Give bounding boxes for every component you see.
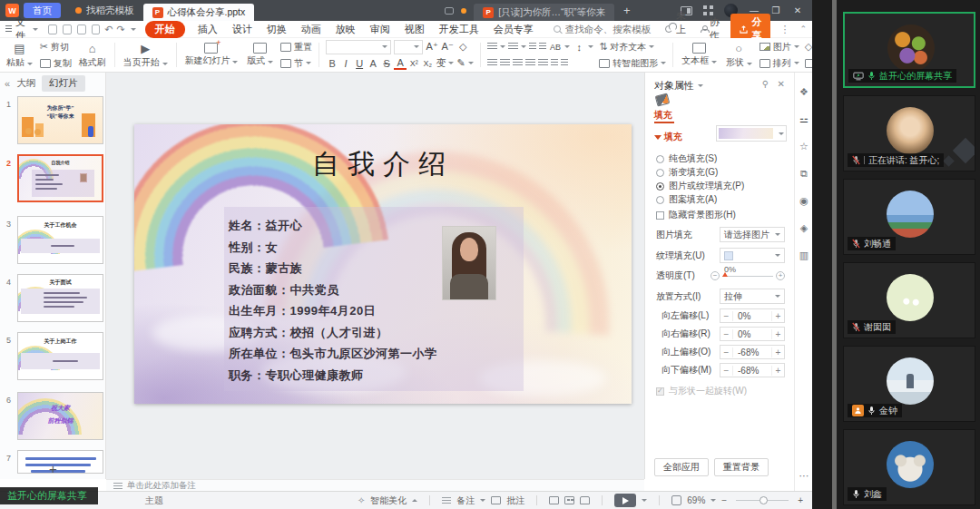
play-options-icon[interactable] bbox=[642, 499, 647, 502]
save-icon[interactable] bbox=[48, 24, 57, 34]
collapse-panel-button[interactable]: « bbox=[5, 78, 10, 89]
reset-button[interactable]: 重置 bbox=[280, 41, 312, 54]
highlight-button[interactable]: ✎ bbox=[455, 57, 467, 69]
meeting-scrollbar[interactable] bbox=[832, 0, 837, 509]
tab-outline[interactable]: 大纲 bbox=[16, 77, 35, 90]
portrait-photo[interactable] bbox=[443, 227, 495, 299]
strikethrough-button[interactable]: S bbox=[380, 58, 393, 69]
align-text-button[interactable]: ⇅对齐文本 bbox=[599, 41, 666, 54]
slide-thumbnail-3[interactable]: 关于工作机会 bbox=[17, 216, 103, 264]
collapse-ribbon-icon[interactable]: ⌃ bbox=[799, 24, 807, 34]
paste-button[interactable]: ▤ 粘贴 bbox=[2, 39, 37, 71]
fill-tab[interactable]: 填充 bbox=[654, 109, 672, 122]
reading-view-icon[interactable] bbox=[580, 496, 590, 504]
tab-template-store[interactable]: 找稻壳模板 bbox=[66, 2, 143, 19]
font-color-button[interactable]: A bbox=[394, 57, 407, 70]
checkbox-rotate-with-shape[interactable]: 与形状一起旋转(W) bbox=[656, 385, 747, 397]
participant-tile-sharing[interactable]: 益开心的屏幕共享 bbox=[843, 12, 975, 88]
font-size-select[interactable] bbox=[394, 40, 423, 54]
zoom-slider[interactable] bbox=[736, 500, 789, 501]
menu-tab-transition[interactable]: 切换 bbox=[267, 23, 287, 36]
new-tab-button[interactable]: + bbox=[623, 4, 631, 17]
menu-tab-slideshow[interactable]: 放映 bbox=[336, 23, 356, 36]
slide-thumbnail-1[interactable]: 为你所“学” “职”等你来 bbox=[17, 96, 103, 144]
bold-button[interactable]: B bbox=[326, 58, 338, 69]
indent-icon[interactable] bbox=[561, 59, 568, 67]
smart-graphic-button[interactable]: 转智能图形 bbox=[599, 57, 666, 70]
zoom-out-button[interactable]: − bbox=[721, 495, 727, 505]
notes-bar[interactable]: 单击此处添加备注 bbox=[106, 479, 644, 491]
comments-button[interactable]: 批注 bbox=[491, 494, 524, 507]
bullet-list-icon[interactable] bbox=[487, 43, 497, 51]
distribute-icon[interactable] bbox=[538, 59, 548, 67]
radio-solid-fill[interactable]: 纯色填充(S) bbox=[656, 152, 717, 165]
more-panels-icon[interactable]: ⋯ bbox=[795, 470, 813, 482]
more-menu-icon[interactable]: ⋮ bbox=[779, 24, 790, 35]
notes-button[interactable]: 备注 bbox=[442, 494, 485, 507]
section-button[interactable]: 节 bbox=[280, 57, 312, 70]
tab-document-readonly[interactable]: P [只读]为你所…“职”等你来 bbox=[474, 4, 614, 21]
participant-tile[interactable]: 刘畅通 bbox=[843, 179, 975, 255]
preview-icon[interactable] bbox=[92, 24, 101, 34]
plus-icon[interactable]: + bbox=[776, 271, 785, 280]
slide-thumbnail-4[interactable]: 关于面试 bbox=[17, 274, 103, 322]
minus-icon[interactable]: − bbox=[710, 271, 720, 280]
reset-background-button[interactable]: 重置背景 bbox=[714, 458, 769, 476]
redo-icon[interactable]: ↷ bbox=[117, 24, 125, 35]
superscript-button[interactable]: X² bbox=[407, 59, 420, 68]
properties-icon[interactable]: ⚍ bbox=[795, 113, 813, 125]
close-panel-icon[interactable]: ✕ bbox=[778, 79, 785, 89]
texture-fill-dropdown[interactable] bbox=[720, 248, 785, 263]
layout-button[interactable]: 版式 bbox=[242, 39, 278, 71]
text-effect-button[interactable]: 变 bbox=[435, 56, 447, 70]
editing-canvas[interactable]: 自我介绍 姓名：益开心 性别：女 民族：蒙古族 政治面貌：中共党员 出生年月：1… bbox=[106, 73, 644, 479]
slide-body-text[interactable]: 姓名：益开心 性别：女 民族：蒙古族 政治面貌：中共党员 出生年月：1999年4… bbox=[229, 215, 437, 386]
offset-left-stepper[interactable]: −0%+ bbox=[720, 308, 785, 323]
output-icon[interactable] bbox=[63, 24, 72, 34]
reader-icon[interactable]: ▥ bbox=[795, 250, 813, 261]
zoom-in-button[interactable]: + bbox=[798, 495, 803, 505]
char-border-button[interactable]: A bbox=[367, 58, 379, 69]
resource-icon[interactable]: ◈ bbox=[795, 222, 813, 234]
zoom-knob[interactable] bbox=[760, 496, 768, 504]
tab-document-active[interactable]: P 心得体会分享.pptx bbox=[143, 4, 255, 21]
radio-picture-fill[interactable]: 图片或纹理填充(P) bbox=[656, 180, 744, 192]
outline-button[interactable]: 轮廓 bbox=[805, 57, 812, 70]
fill-button[interactable]: ◇填充 bbox=[805, 41, 812, 54]
tab-slides[interactable]: 幻灯片 bbox=[42, 75, 85, 92]
offset-right-stepper[interactable]: −0%+ bbox=[720, 327, 785, 341]
slide-title[interactable]: 自我介绍 bbox=[134, 146, 632, 183]
participant-tile[interactable]: 谢囡囡 bbox=[843, 262, 975, 338]
participant-tile[interactable]: 正在讲话: 益开心; bbox=[843, 95, 975, 171]
slide-sorter-icon[interactable] bbox=[564, 496, 574, 504]
offset-up-stepper[interactable]: −-68%+ bbox=[720, 345, 785, 359]
textbox-button[interactable]: 文本框 bbox=[677, 39, 721, 71]
align-justify-icon[interactable] bbox=[525, 59, 535, 67]
menu-tab-member[interactable]: 会员专享 bbox=[494, 23, 534, 36]
copy-button[interactable]: 复制 bbox=[40, 57, 72, 70]
menu-tab-view[interactable]: 视图 bbox=[405, 23, 425, 36]
columns-icon[interactable] bbox=[551, 59, 558, 67]
shapes-button[interactable]: ○ 形状 bbox=[721, 39, 757, 71]
participant-tile[interactable]: 刘鑫 bbox=[843, 429, 975, 505]
increase-font-icon[interactable]: A⁺ bbox=[426, 41, 438, 53]
participant-tile[interactable]: 金钟 bbox=[843, 346, 975, 422]
placement-dropdown[interactable]: 拉伸 bbox=[720, 289, 785, 304]
search-input[interactable] bbox=[565, 24, 665, 34]
pin-icon[interactable]: ⚲ bbox=[762, 79, 769, 89]
command-search[interactable] bbox=[554, 24, 665, 34]
zoom-level[interactable]: 69% bbox=[687, 495, 716, 505]
helper-icon[interactable]: ◉ bbox=[795, 195, 813, 207]
menu-tab-animation[interactable]: 动画 bbox=[301, 23, 321, 36]
arrange-button[interactable]: 排列 bbox=[760, 57, 799, 70]
menu-tab-insert[interactable]: 插入 bbox=[198, 23, 218, 36]
normal-view-icon[interactable] bbox=[549, 496, 559, 504]
line-spacing-icon[interactable]: ↕ bbox=[573, 42, 585, 53]
fill-preview-dropdown[interactable] bbox=[716, 125, 787, 142]
format-painter-button[interactable]: ⌂ 格式刷 bbox=[74, 39, 111, 71]
new-slide-button[interactable]: 新建幻灯片 bbox=[181, 39, 243, 71]
undo-icon[interactable]: ↶ bbox=[104, 24, 113, 35]
picture-fill-dropdown[interactable]: 请选择图片 bbox=[720, 227, 785, 242]
slide-thumbnail-5[interactable]: 关于上岗工作 bbox=[17, 332, 103, 380]
menu-tab-review[interactable]: 审阅 bbox=[370, 23, 390, 36]
